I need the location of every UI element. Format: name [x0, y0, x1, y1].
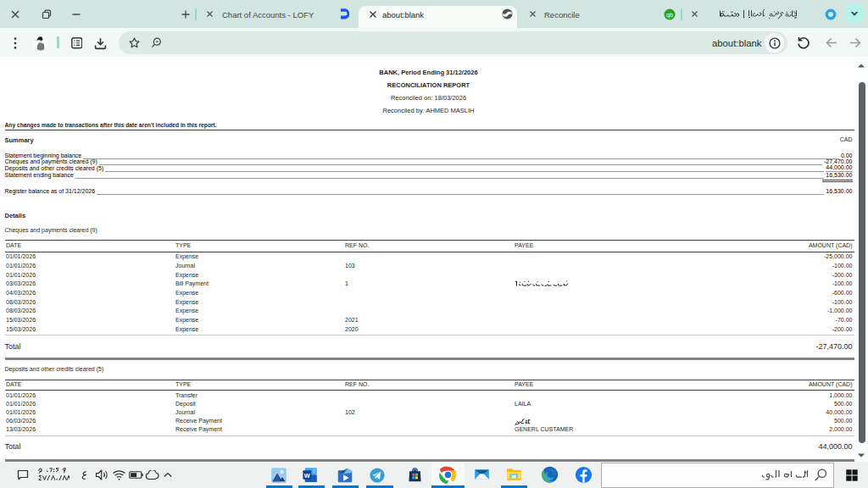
svg-text:qb: qb [666, 10, 673, 18]
svg-text:W: W [304, 472, 310, 480]
